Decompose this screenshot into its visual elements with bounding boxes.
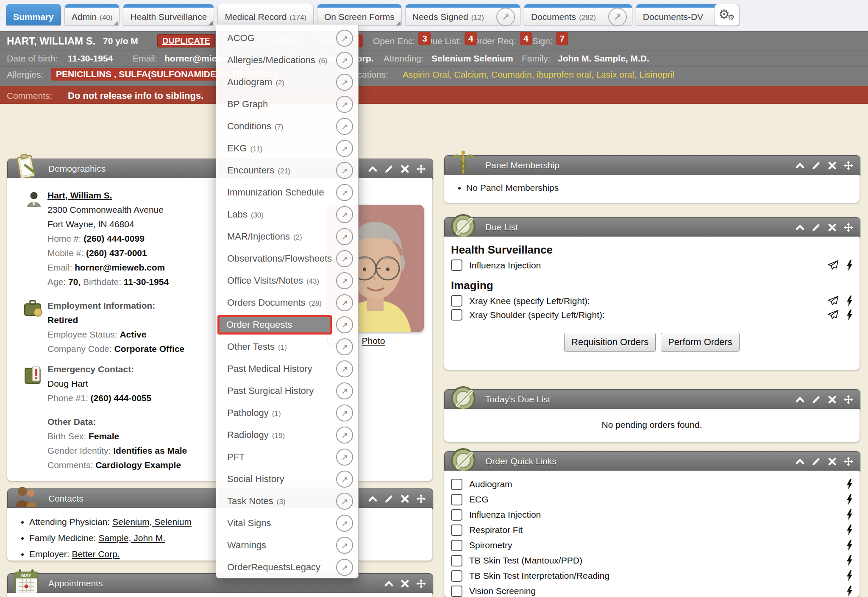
quick-order-icon[interactable] — [846, 524, 853, 536]
close-icon[interactable] — [827, 223, 837, 232]
menu-item[interactable]: Labs (30) ↗ — [216, 204, 358, 226]
header-counter[interactable]: Order Req:4 — [472, 32, 516, 51]
chart-tab[interactable]: Documents (282) ↗ — [524, 4, 632, 25]
menu-popout-icon[interactable]: ↗ — [336, 382, 353, 399]
medication-link[interactable]: Lasix oral — [596, 70, 639, 79]
move-icon[interactable] — [843, 457, 853, 466]
menu-item[interactable]: Radiology (19) ↗ — [216, 424, 358, 446]
menu-item[interactable]: Order Requests ↗ — [216, 314, 358, 336]
menu-popout-icon[interactable]: ↗ — [336, 162, 353, 179]
close-icon[interactable] — [827, 395, 837, 405]
medication-link[interactable]: Coumadin — [491, 70, 537, 79]
menu-popout-icon[interactable]: ↗ — [336, 338, 353, 355]
menu-popout-icon[interactable]: ↗ — [336, 118, 353, 135]
close-icon[interactable] — [400, 164, 410, 174]
menu-item[interactable]: EKG (11) ↗ — [216, 137, 358, 159]
edit-icon[interactable] — [384, 494, 394, 504]
menu-popout-icon[interactable]: ↗ — [336, 184, 353, 201]
duplicate-badge[interactable]: DUPLICATE — [157, 34, 215, 47]
photo-link[interactable]: Photo — [362, 336, 385, 346]
menu-popout-icon[interactable]: ↗ — [336, 74, 353, 91]
menu-item[interactable]: Orders Documents (28) ↗ — [216, 292, 358, 314]
medication-link[interactable]: Lisinopril — [639, 70, 674, 79]
menu-item[interactable]: BP Graph ↗ — [216, 93, 358, 115]
menu-popout-icon[interactable]: ↗ — [336, 228, 353, 245]
quick-link-checkbox[interactable] — [451, 494, 462, 505]
collapse-icon[interactable] — [368, 164, 378, 174]
move-icon[interactable] — [416, 494, 426, 504]
menu-item[interactable]: Pathology (1) ↗ — [216, 402, 358, 424]
menu-item[interactable]: Encounters (21) ↗ — [216, 159, 358, 181]
due-list-button[interactable]: Perform Orders — [661, 333, 740, 352]
menu-popout-icon[interactable]: ↗ — [336, 471, 353, 488]
edit-icon[interactable] — [811, 161, 821, 170]
menu-popout-icon[interactable]: ↗ — [336, 294, 353, 311]
menu-popout-icon[interactable]: ↗ — [336, 405, 353, 421]
menu-item[interactable]: Task Notes (3) ↗ — [216, 490, 358, 512]
move-icon[interactable] — [843, 223, 853, 232]
move-icon[interactable] — [843, 161, 853, 170]
collapse-icon[interactable] — [795, 395, 805, 405]
quick-order-icon[interactable] — [846, 509, 853, 520]
menu-item[interactable]: Conditions (7) ↗ — [216, 115, 358, 137]
patient-name-link[interactable]: Hart, William S. — [47, 190, 112, 200]
menu-item[interactable]: Vital Signs ↗ — [216, 512, 358, 534]
menu-popout-icon[interactable]: ↗ — [336, 515, 353, 532]
move-icon[interactable] — [843, 395, 853, 405]
edit-icon[interactable] — [384, 164, 394, 174]
close-icon[interactable] — [827, 457, 837, 466]
quick-order-icon[interactable] — [846, 494, 853, 505]
menu-popout-icon[interactable]: ↗ — [336, 537, 353, 554]
header-counter[interactable]: Open Enc:3 — [373, 32, 415, 51]
menu-popout-icon[interactable]: ↗ — [336, 30, 353, 47]
due-item-checkbox[interactable] — [451, 259, 462, 271]
menu-popout-icon[interactable]: ↗ — [336, 427, 353, 444]
menu-popout-icon[interactable]: ↗ — [336, 559, 353, 576]
contact-link[interactable]: Selenium, Selenium — [112, 517, 192, 527]
menu-popout-icon[interactable]: ↗ — [336, 250, 353, 267]
medication-link[interactable]: Calcium — [454, 70, 491, 79]
menu-popout-icon[interactable]: ↗ — [336, 96, 353, 113]
send-order-icon[interactable] — [827, 295, 839, 307]
edit-icon[interactable] — [811, 223, 821, 232]
close-icon[interactable] — [400, 579, 410, 589]
quick-order-icon[interactable] — [846, 586, 853, 597]
due-item-checkbox[interactable] — [451, 295, 462, 307]
menu-popout-icon[interactable]: ↗ — [336, 206, 353, 223]
menu-item[interactable]: Warnings ↗ — [216, 534, 358, 556]
menu-item[interactable]: Allergies/Medications (6) ↗ — [216, 49, 358, 71]
quick-link-checkbox[interactable] — [451, 524, 462, 536]
quick-order-icon[interactable] — [846, 296, 853, 307]
menu-item[interactable]: OrderRequestsLegacy ↗ — [216, 556, 358, 578]
menu-item[interactable]: Observations/Flowsheets ↗ — [216, 248, 358, 270]
medication-link[interactable]: ibuprofen oral — [537, 70, 596, 79]
quick-order-icon[interactable] — [846, 570, 853, 581]
menu-item[interactable]: Past Surgical History ↗ — [216, 380, 358, 402]
quick-link-checkbox[interactable] — [451, 540, 462, 551]
menu-item[interactable]: MAR/Injections (2) ↗ — [216, 226, 358, 248]
collapse-icon[interactable] — [795, 457, 805, 466]
menu-item[interactable]: Office Visits/Notes (43) ↗ — [216, 270, 358, 292]
collapse-icon[interactable] — [368, 494, 378, 504]
menu-popout-icon[interactable]: ↗ — [336, 52, 353, 69]
collapse-icon[interactable] — [795, 161, 805, 170]
send-order-icon[interactable] — [827, 259, 839, 271]
contact-link[interactable]: Better Corp. — [72, 549, 120, 559]
chart-tab[interactable]: Summary — [6, 4, 61, 25]
quick-link-checkbox[interactable] — [451, 555, 462, 566]
collapse-icon[interactable] — [384, 579, 394, 589]
edit-icon[interactable] — [811, 457, 821, 466]
menu-item[interactable]: PFT ↗ — [216, 446, 358, 468]
chart-tab[interactable]: Medical Record (174) — [217, 4, 314, 25]
quick-order-icon[interactable] — [846, 260, 853, 271]
menu-item[interactable]: Immunization Schedule ↗ — [216, 181, 358, 204]
header-counter[interactable]: Due List:4 — [426, 32, 461, 51]
chart-tab[interactable]: On Screen Forms — [317, 4, 402, 25]
quick-link-checkbox[interactable] — [451, 509, 462, 521]
close-icon[interactable] — [827, 161, 837, 170]
move-icon[interactable] — [416, 164, 426, 174]
contact-link[interactable]: Sample, John M. — [98, 533, 165, 543]
chart-tab[interactable]: Admin (40) — [64, 4, 120, 25]
menu-popout-icon[interactable]: ↗ — [336, 140, 353, 157]
menu-item[interactable]: Audiogram (2) ↗ — [216, 71, 358, 93]
